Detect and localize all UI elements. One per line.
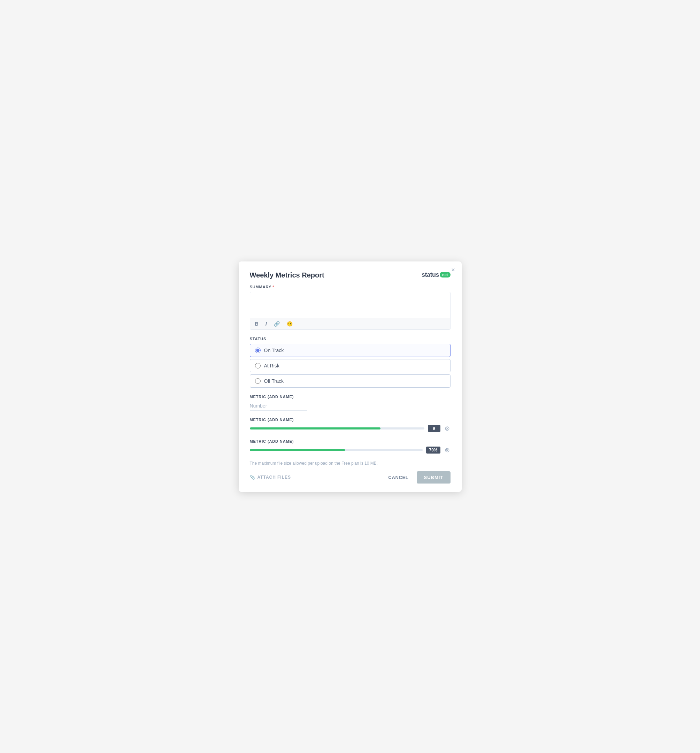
metric-2-track: [250, 427, 424, 430]
footer-actions: CANCEL SUBMIT: [384, 471, 450, 484]
summary-input[interactable]: [250, 292, 450, 317]
close-button[interactable]: ×: [449, 266, 457, 274]
brand-badge: net: [440, 272, 451, 278]
emoji-button[interactable]: 🙂: [285, 320, 294, 327]
italic-button[interactable]: I: [264, 320, 268, 327]
on-track-label: On Track: [264, 348, 284, 353]
metric-3-remove-button[interactable]: ⊗: [444, 446, 451, 454]
metric-2-fill: [250, 427, 381, 430]
modal-container: Weekly Metrics Report status net × SUMMA…: [239, 261, 461, 492]
paperclip-icon: 📎: [250, 475, 256, 480]
attach-files-button[interactable]: 📎 ATTACH FILES: [250, 475, 291, 480]
emoji-icon: 🙂: [287, 321, 293, 327]
metric-section-3: METRIC (ADD NAME) 70% ⊗: [250, 439, 451, 454]
link-icon: 🔗: [274, 321, 280, 327]
summary-section: SUMMARY* B I 🔗 🙂: [250, 285, 451, 330]
modal-title-group: Weekly Metrics Report: [250, 271, 324, 279]
submit-button[interactable]: SUBMIT: [417, 471, 450, 484]
radio-off-track[interactable]: [255, 378, 260, 384]
bold-button[interactable]: B: [254, 320, 260, 327]
status-option-at-risk[interactable]: At Risk: [250, 359, 451, 372]
metric-3-fill: [250, 449, 345, 451]
at-risk-label: At Risk: [264, 363, 279, 369]
metric-2-slider-wrapper: [250, 425, 424, 432]
metric-3-slider-wrapper: [250, 447, 423, 453]
radio-at-risk[interactable]: [255, 363, 260, 369]
metric-3-value: 70%: [426, 447, 440, 453]
metric-2-slider-container: 9 ⊗: [250, 425, 451, 432]
brand-text: status: [422, 271, 439, 278]
metric-3-slider-container: 70% ⊗: [250, 446, 451, 454]
metric-section-2: METRIC (ADD NAME) 9 ⊗: [250, 418, 451, 432]
editor-toolbar: B I 🔗 🙂: [250, 318, 450, 330]
file-notice: The maximum file size allowed per upload…: [250, 461, 451, 466]
modal-footer: 📎 ATTACH FILES CANCEL SUBMIT: [250, 471, 451, 484]
modal-overlay: Weekly Metrics Report status net × SUMMA…: [0, 0, 700, 753]
summary-label: SUMMARY*: [250, 285, 451, 289]
modal-title: Weekly Metrics Report: [250, 271, 324, 279]
brand-logo: status net: [422, 271, 451, 278]
summary-editor: B I 🔗 🙂: [250, 292, 451, 330]
metric-2-label: METRIC (ADD NAME): [250, 418, 451, 422]
remove-3-icon: ⊗: [444, 447, 450, 453]
required-star: *: [273, 285, 274, 289]
status-option-off-track[interactable]: Off Track: [250, 374, 451, 387]
metric-2-value: 9: [428, 425, 440, 432]
remove-2-icon: ⊗: [444, 425, 450, 432]
metric-1-label: METRIC (ADD NAME): [250, 395, 451, 399]
status-option-on-track[interactable]: On Track: [250, 344, 451, 357]
cancel-button[interactable]: CANCEL: [384, 472, 413, 483]
link-button[interactable]: 🔗: [273, 320, 281, 327]
metric-3-label: METRIC (ADD NAME): [250, 439, 451, 444]
metric-section-1: METRIC (ADD NAME): [250, 395, 451, 411]
metric-3-track: [250, 449, 423, 451]
close-icon: ×: [451, 267, 455, 273]
metric-1-input[interactable]: [250, 401, 307, 411]
metric-2-remove-button[interactable]: ⊗: [444, 425, 451, 432]
modal-header: Weekly Metrics Report status net: [250, 271, 451, 279]
status-section: STATUS On Track At Risk Off Track: [250, 337, 451, 387]
summary-label-text: SUMMARY: [250, 285, 272, 289]
status-label: STATUS: [250, 337, 451, 341]
off-track-label: Off Track: [264, 378, 284, 384]
radio-on-track[interactable]: [255, 348, 260, 353]
attach-label: ATTACH FILES: [257, 475, 291, 480]
